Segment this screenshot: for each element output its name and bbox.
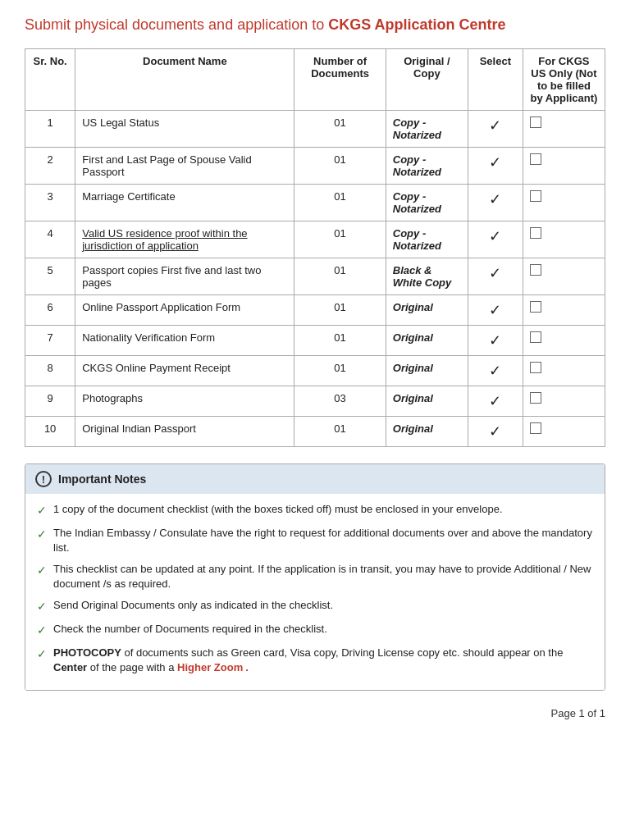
cell-docname: Nationality Verification Form: [75, 326, 294, 356]
note-check-icon: ✓: [37, 527, 47, 543]
cell-numdocs: 01: [294, 295, 386, 326]
note-item: ✓1 copy of the document checklist (with …: [37, 502, 593, 519]
header-srno: Sr. No.: [25, 49, 75, 111]
table-row: 7Nationality Verification Form01Original…: [25, 326, 605, 356]
cell-docname: CKGS Online Payment Receipt: [75, 356, 294, 386]
cell-docname: Original Indian Passport: [75, 417, 294, 447]
note-check-icon: ✓: [37, 646, 47, 663]
table-row: 1US Legal Status01Copy - Notarized✓: [25, 111, 605, 148]
note-text: PHOTOCOPY of documents such as Green car…: [53, 646, 593, 675]
cell-docname: Passport copies First five and last two …: [75, 258, 294, 295]
checkmark-icon: ✓: [489, 423, 501, 440]
cell-srno: 3: [25, 185, 75, 221]
cell-srno: 6: [25, 295, 75, 326]
cell-origcopy: Copy - Notarized: [386, 111, 468, 148]
ckgs-checkbox[interactable]: [530, 301, 541, 313]
cell-origcopy: Original: [386, 295, 468, 326]
note-text: Check the number of Documents required i…: [53, 622, 327, 637]
cell-select: ✓: [468, 258, 523, 295]
cell-srno: 1: [25, 111, 75, 148]
table-row: 10Original Indian Passport01Original✓: [25, 417, 605, 447]
note-item: ✓This checklist can be updated at any po…: [37, 562, 593, 591]
header-forckgs: For CKGS US Only (Not to be filled by Ap…: [523, 49, 605, 111]
cell-numdocs: 01: [294, 356, 386, 386]
cell-docname: Online Passport Application Form: [75, 295, 294, 326]
center-bold: Center: [53, 661, 87, 673]
table-row: 8CKGS Online Payment Receipt01Original✓: [25, 356, 605, 386]
page-footer: Page 1 of 1: [25, 707, 605, 719]
cell-select: ✓: [468, 326, 523, 356]
cell-docname: US Legal Status: [75, 111, 294, 148]
page-info: Page 1 of 1: [551, 707, 606, 719]
cell-srno: 8: [25, 356, 75, 386]
cell-origcopy: Copy - Notarized: [386, 221, 468, 258]
cell-numdocs: 01: [294, 185, 386, 221]
cell-select: ✓: [468, 356, 523, 386]
note-check-icon: ✓: [37, 599, 47, 615]
checkmark-icon: ✓: [489, 117, 501, 134]
cell-origcopy: Original: [386, 326, 468, 356]
ckgs-checkbox[interactable]: [530, 422, 541, 434]
cell-select: ✓: [468, 295, 523, 326]
ckgs-checkbox[interactable]: [530, 264, 541, 276]
ckgs-checkbox[interactable]: [530, 190, 541, 202]
cell-origcopy: Original: [386, 386, 468, 417]
table-row: 3Marriage Certificate01Copy - Notarized✓: [25, 185, 605, 221]
checkmark-icon: ✓: [489, 332, 501, 349]
checkmark-icon: ✓: [489, 228, 501, 244]
cell-select: ✓: [468, 185, 523, 221]
ckgs-checkbox[interactable]: [530, 116, 541, 128]
note-text: This checklist can be updated at any poi…: [53, 562, 593, 591]
cell-select: ✓: [468, 148, 523, 185]
cell-forckgs: [523, 258, 605, 295]
cell-select: ✓: [468, 111, 523, 148]
cell-origcopy: Copy - Notarized: [386, 185, 468, 221]
cell-numdocs: 01: [294, 111, 386, 148]
note-item: ✓PHOTOCOPY of documents such as Green ca…: [37, 646, 593, 675]
note-text: Send Original Documents only as indicate…: [53, 598, 333, 613]
cell-forckgs: [523, 386, 605, 417]
notes-header: ! Important Notes: [25, 464, 605, 494]
cell-numdocs: 01: [294, 258, 386, 295]
cell-srno: 2: [25, 148, 75, 185]
cell-forckgs: [523, 417, 605, 447]
note-item: ✓The Indian Embassy / Consulate have the…: [37, 526, 593, 555]
cell-forckgs: [523, 221, 605, 258]
notes-title: Important Notes: [58, 472, 146, 486]
cell-select: ✓: [468, 417, 523, 447]
note-item: ✓Send Original Documents only as indicat…: [37, 598, 593, 615]
cell-srno: 5: [25, 258, 75, 295]
cell-docname: First and Last Page of Spouse Valid Pass…: [75, 148, 294, 185]
cell-forckgs: [523, 326, 605, 356]
cell-srno: 4: [25, 221, 75, 258]
cell-origcopy: Original: [386, 356, 468, 386]
photocopy-bold: PHOTOCOPY: [53, 646, 121, 659]
note-text: The Indian Embassy / Consulate have the …: [53, 526, 593, 555]
table-row: 2First and Last Page of Spouse Valid Pas…: [25, 148, 605, 185]
ckgs-checkbox[interactable]: [530, 227, 541, 239]
checkmark-icon: ✓: [489, 154, 501, 171]
ckgs-checkbox[interactable]: [530, 362, 541, 373]
cell-srno: 9: [25, 386, 75, 417]
ckgs-checkbox[interactable]: [530, 331, 541, 343]
table-row: 5Passport copies First five and last two…: [25, 258, 605, 295]
checkmark-icon: ✓: [489, 265, 501, 281]
cell-origcopy: Black & White Copy: [386, 258, 468, 295]
cell-forckgs: [523, 356, 605, 386]
notes-section: ! Important Notes ✓1 copy of the documen…: [25, 463, 605, 691]
ckgs-checkbox[interactable]: [530, 392, 541, 404]
note-check-icon: ✓: [37, 503, 47, 519]
note-text: 1 copy of the document checklist (with t…: [53, 502, 503, 517]
cell-forckgs: [523, 148, 605, 185]
checkmark-icon: ✓: [489, 393, 501, 409]
ckgs-checkbox[interactable]: [530, 153, 541, 165]
documents-table: Sr. No. Document Name Number of Document…: [25, 48, 605, 447]
header-select: Select: [468, 49, 523, 111]
cell-numdocs: 01: [294, 221, 386, 258]
cell-numdocs: 01: [294, 148, 386, 185]
note-check-icon: ✓: [37, 623, 47, 639]
notes-body: ✓1 copy of the document checklist (with …: [25, 494, 605, 690]
note-check-icon: ✓: [37, 563, 47, 579]
cell-docname: Photographs: [75, 386, 294, 417]
cell-srno: 7: [25, 326, 75, 356]
